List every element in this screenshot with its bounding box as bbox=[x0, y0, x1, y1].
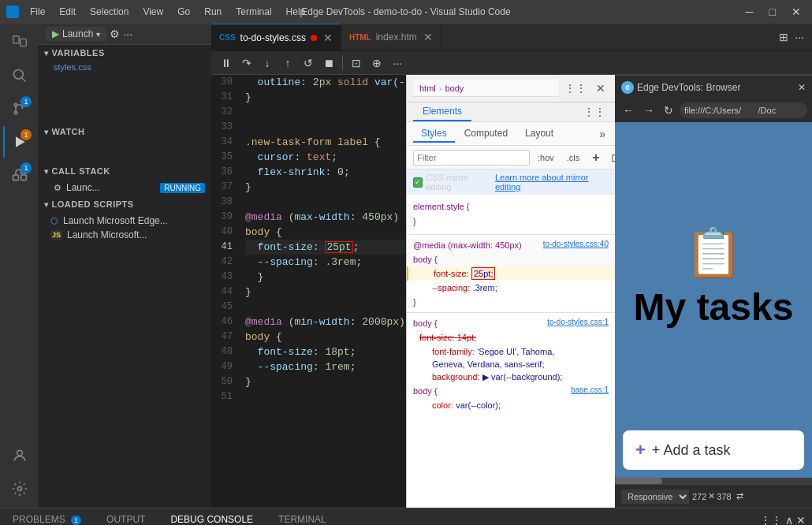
browser-scrollbar-thumb[interactable] bbox=[615, 478, 662, 484]
menu-go[interactable]: Go bbox=[171, 5, 196, 19]
loaded-scripts-header[interactable]: ▾ LOADED SCRIPTS bbox=[38, 196, 211, 212]
launch-run-button[interactable]: ▶ Launch ▾ bbox=[46, 27, 106, 41]
tab-problems[interactable]: PROBLEMS 1 bbox=[0, 511, 94, 526]
callstack-title: CALL STACK bbox=[52, 166, 110, 176]
bottom-close-icon[interactable]: ✕ bbox=[796, 514, 806, 526]
variables-section: ▾ VARIABLES styles.css bbox=[38, 45, 211, 124]
browser-back-btn[interactable]: ← bbox=[620, 102, 637, 118]
menu-view[interactable]: View bbox=[136, 5, 169, 19]
tab-html-close[interactable]: ✕ bbox=[423, 31, 433, 43]
subtab-styles[interactable]: Styles bbox=[413, 125, 455, 143]
browser-forward-btn[interactable]: → bbox=[640, 102, 657, 118]
debug-step-out-btn[interactable]: ↑ bbox=[279, 54, 296, 72]
tab-css-close[interactable]: ✕ bbox=[323, 32, 333, 44]
body-source-base[interactable]: base.css:1 bbox=[571, 385, 609, 394]
styles-filter-input[interactable] bbox=[413, 150, 530, 166]
media-source-link[interactable]: to-do-styles.css:40 bbox=[543, 240, 609, 248]
subtab-layout[interactable]: Layout bbox=[517, 125, 561, 143]
debug-open-devtools-btn[interactable]: ⊡ bbox=[348, 54, 365, 72]
mirror-edit-link[interactable]: Learn more about mirror editing bbox=[495, 173, 609, 192]
run-debug-icon[interactable]: 1 bbox=[3, 126, 35, 158]
css-rule-element-style: element.style { } bbox=[407, 198, 615, 231]
cls-btn[interactable]: .cls bbox=[562, 151, 585, 164]
settings-icon[interactable] bbox=[3, 473, 35, 505]
bottom-collapse-icon[interactable]: ∧ bbox=[785, 514, 793, 526]
variables-header[interactable]: ▾ VARIABLES bbox=[38, 45, 211, 61]
subtab-computed[interactable]: Computed bbox=[456, 125, 516, 143]
debug-pause-btn[interactable]: ⏸ bbox=[218, 54, 235, 72]
line-num-36: 36 bbox=[218, 165, 233, 180]
devtools-close-icon[interactable]: ✕ bbox=[593, 80, 609, 96]
menu-run[interactable]: Run bbox=[198, 5, 228, 19]
css-spacing-rule: --spacing: .3rem; bbox=[407, 281, 615, 295]
add-task-button[interactable]: + + Add a task bbox=[623, 430, 804, 470]
add-task-plus-icon: + bbox=[635, 440, 646, 460]
explorer-icon[interactable] bbox=[3, 27, 35, 58]
menu-terminal[interactable]: Terminal bbox=[229, 5, 277, 19]
viewport-mode-select[interactable]: Responsive bbox=[621, 490, 689, 504]
debug-step-into-btn[interactable]: ↓ bbox=[259, 54, 276, 72]
watch-header[interactable]: ▾ WATCH bbox=[38, 124, 211, 140]
code-line-50: } bbox=[245, 374, 405, 389]
split-editor-icon[interactable]: ⊞ bbox=[777, 29, 790, 45]
svg-rect-0 bbox=[13, 36, 19, 43]
rotate-icon[interactable]: ⇄ bbox=[736, 491, 743, 501]
mirror-edit-checkbox[interactable]: ✓ bbox=[413, 177, 423, 188]
extensions-icon[interactable]: 1 bbox=[3, 159, 35, 191]
account-icon[interactable] bbox=[3, 440, 35, 471]
breadcrumb-body[interactable]: body bbox=[445, 84, 464, 93]
script-item-launch-edge[interactable]: ⬡ Launch Microsoft Edge... bbox=[38, 214, 211, 228]
debug-more-btn[interactable]: ··· bbox=[389, 54, 406, 72]
css-body-rule-1: body { to-do-styles.css:1 bbox=[407, 316, 615, 330]
code-line-38 bbox=[245, 195, 405, 210]
font-size-14-prop: font-size: 14pt; bbox=[419, 333, 476, 342]
script-item-launch-js[interactable]: JS Launch Microsoft... bbox=[38, 228, 211, 242]
tab-output[interactable]: OUTPUT bbox=[94, 511, 158, 526]
pseudo-class-btn[interactable]: :hov bbox=[533, 151, 559, 164]
menu-file[interactable]: File bbox=[24, 5, 51, 19]
restore-button[interactable]: □ bbox=[765, 4, 780, 20]
css-body-rule-base: body { base.css:1 bbox=[407, 384, 615, 398]
search-activity-icon[interactable] bbox=[3, 60, 35, 91]
more-tabs-icon[interactable]: ··· bbox=[793, 29, 806, 45]
source-control-icon[interactable]: 1 bbox=[3, 93, 35, 125]
spacing-prop: --spacing: bbox=[432, 283, 470, 292]
code-editor[interactable]: 30 31 32 33 34 35 36 37 38 39 40 41 42 4… bbox=[211, 75, 406, 508]
browser-close-icon[interactable]: ✕ bbox=[798, 82, 806, 93]
launch-dropdown-icon: ▾ bbox=[96, 30, 100, 39]
bottom-more-icon[interactable]: ⋮⋮ bbox=[760, 514, 782, 526]
add-task-label: + Add a task bbox=[652, 442, 731, 459]
body-source-1[interactable]: to-do-styles.css:1 bbox=[547, 318, 609, 326]
tab-debug-console[interactable]: DEBUG CONSOLE bbox=[158, 511, 266, 526]
browser-horizontal-scrollbar[interactable] bbox=[615, 478, 812, 484]
launch-more-icon[interactable]: ··· bbox=[123, 28, 132, 40]
loaded-scripts-chevron: ▾ bbox=[44, 200, 49, 209]
debug-inspect-btn[interactable]: ⊕ bbox=[368, 54, 386, 72]
minimize-button[interactable]: ─ bbox=[741, 4, 758, 20]
debug-restart-btn[interactable]: ↺ bbox=[300, 54, 317, 72]
launch-gear-icon[interactable]: ⚙ bbox=[110, 28, 120, 40]
inspect-icon[interactable]: ⊡ bbox=[608, 150, 615, 166]
menu-edit[interactable]: Edit bbox=[53, 5, 82, 19]
callstack-header[interactable]: ▾ CALL STACK bbox=[38, 163, 211, 179]
debug-stop-btn[interactable]: ⏹ bbox=[320, 54, 337, 72]
breadcrumb-html[interactable]: html bbox=[419, 84, 436, 93]
tab-css[interactable]: CSS to-do-styles.css ✕ bbox=[211, 24, 341, 51]
browser-url-input[interactable] bbox=[680, 102, 807, 118]
debug-step-over-btn[interactable]: ↷ bbox=[238, 54, 255, 72]
devtools-panel: html › body ⋮⋮ ✕ Elements ⋮⋮ bbox=[406, 75, 615, 508]
svg-point-4 bbox=[14, 103, 17, 106]
tab-elements[interactable]: Elements bbox=[413, 102, 471, 121]
bottom-panel: PROBLEMS 1 OUTPUT DEBUG CONSOLE TERMINAL… bbox=[0, 508, 812, 525]
devtools-more-icon[interactable]: ⋮⋮ bbox=[561, 80, 590, 96]
devtools-options-icon[interactable]: ⋮⋮ bbox=[580, 104, 609, 120]
callstack-item-icon: ⚙ bbox=[54, 183, 61, 193]
browser-refresh-btn[interactable]: ↻ bbox=[661, 102, 676, 118]
menu-selection[interactable]: Selection bbox=[84, 5, 135, 19]
callstack-item[interactable]: ⚙ Launc... RUNNING bbox=[38, 181, 211, 195]
tab-terminal[interactable]: TERMINAL bbox=[266, 511, 339, 526]
tab-html[interactable]: HTML index.htm ✕ bbox=[341, 24, 441, 51]
close-button[interactable]: ✕ bbox=[787, 4, 806, 20]
add-style-btn[interactable]: + bbox=[587, 149, 604, 166]
subtab-more-icon[interactable]: » bbox=[596, 126, 609, 142]
